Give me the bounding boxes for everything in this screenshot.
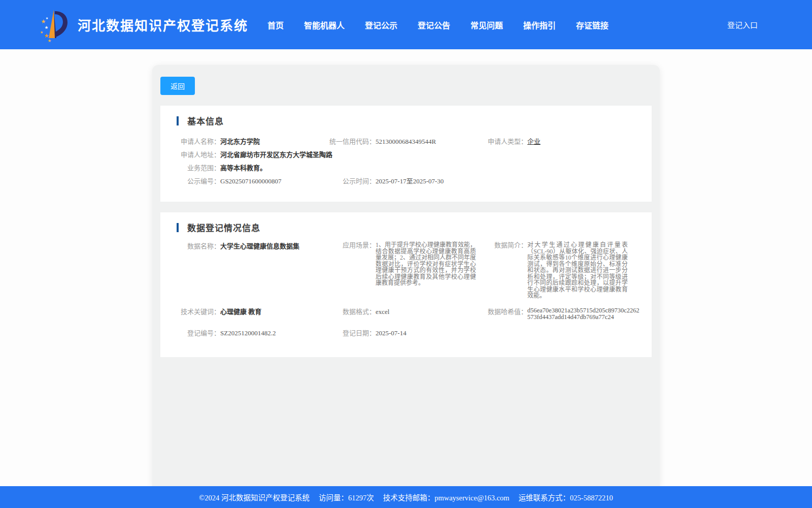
field-label: 业务范围：: [177, 162, 220, 175]
field-application-scenario: 应用场景： 1、用于提升学校心理健康教育效能，结合数据提高学校心理健康教育高质量…: [329, 242, 488, 287]
field-applicant-address: 申请人地址： 河北省廊坊市开发区东方大学城圣陶路: [177, 148, 488, 162]
field-label: 技术关键词：: [177, 307, 220, 316]
back-button[interactable]: 返回: [160, 77, 195, 95]
field-applicant-name: 申请人名称： 河北东方学院: [177, 135, 329, 148]
field-label: 申请人名称：: [177, 135, 220, 148]
field-value: 2025-07-17至2025-07-30: [376, 175, 444, 188]
field-value: 对大学生通过心理健康自评量表（SCL-90）从躯体化、强迫症状、人际关系敏感等1…: [527, 242, 628, 299]
nav-item-evidence-link[interactable]: 存证链接: [576, 19, 608, 31]
field-value: d56ea70e38021a23b5715d205c89730c2262573f…: [527, 307, 641, 321]
field-registration-date: 登记日期： 2025-07-14: [329, 329, 488, 338]
nav-item-home[interactable]: 首页: [267, 19, 284, 31]
nav-item-publicity[interactable]: 登记公示: [365, 19, 397, 31]
nav-item-faq[interactable]: 常见问题: [470, 19, 503, 31]
field-label: 公示时间：: [329, 175, 376, 188]
app-title: 河北数据知识产权登记系统: [78, 15, 248, 34]
main-area: 返回 基本信息 申请人名称： 河北东方学院 统一信用代码： 5213000068…: [0, 49, 812, 486]
field-label: 登记编号：: [177, 329, 220, 338]
registration-info-title: 数据登记情况信息: [187, 221, 260, 234]
field-value: 1、用于提升学校心理健康教育效能，结合数据提高学校心理健康教育高质量发展；2、通…: [376, 242, 476, 287]
field-value: 河北省廊坊市开发区东方大学城圣陶路: [220, 148, 332, 162]
field-label: 数据名称：: [177, 242, 220, 251]
field-data-format: 数据格式： excel: [329, 307, 488, 316]
field-label: 应用场景：: [329, 242, 376, 248]
registration-section-header: 数据登记情况信息: [177, 221, 635, 234]
brand: ★ ★ ★ ★ ★ ★ 河北数据知识产权登记系统: [38, 7, 248, 43]
field-registration-number: 登记编号： SZ2025120001482.2: [177, 329, 329, 338]
field-label: 申请人类型：: [488, 135, 527, 148]
field-data-summary: 数据简介： 对大学生通过心理健康自评量表（SCL-90）从躯体化、强迫症状、人际…: [488, 242, 641, 299]
field-label: 登记日期：: [329, 329, 376, 338]
field-label: 申请人地址：: [177, 148, 220, 162]
section-bar-icon: [177, 223, 179, 232]
field-label: 数据简介：: [488, 242, 527, 248]
app-footer: ©2024 河北数据知识产权登记系统 访问量：61297次 技术支持邮箱：pmw…: [0, 486, 812, 508]
basic-info-title: 基本信息: [187, 114, 224, 127]
field-credit-code: 统一信用代码： 52130000684349544R: [329, 135, 488, 148]
field-label: 统一信用代码：: [329, 135, 376, 148]
registration-info-card: 数据登记情况信息 数据名称： 大学生心理健康信息数据集 应用场景： 1、用于提升…: [160, 212, 652, 357]
field-label: 公示编号：: [177, 175, 220, 188]
nav-item-announcement[interactable]: 登记公告: [418, 19, 450, 31]
field-value: GS2025071600000807: [220, 175, 282, 188]
basic-info-grid: 申请人名称： 河北东方学院 统一信用代码： 52130000684349544R…: [177, 135, 635, 188]
svg-text:★: ★: [40, 30, 43, 34]
field-value: excel: [376, 307, 389, 316]
main-nav: 首页 智能机器人 登记公示 登记公告 常见问题 操作指引 存证链接: [267, 19, 608, 31]
field-value: 2025-07-14: [376, 329, 407, 338]
nav-item-robot[interactable]: 智能机器人: [304, 19, 345, 31]
app-logo-icon: ★ ★ ★ ★ ★ ★: [38, 7, 70, 43]
field-publicity-number: 公示编号： GS2025071600000807: [177, 175, 329, 188]
registration-info-grid: 数据名称： 大学生心理健康信息数据集 应用场景： 1、用于提升学校心理健康教育效…: [177, 242, 635, 338]
detail-panel: 返回 基本信息 申请人名称： 河北东方学院 统一信用代码： 5213000068…: [152, 65, 660, 486]
field-business-scope: 业务范围： 高等本科教育。: [177, 162, 329, 175]
footer-contact-phone: 运维联系方式：025-58872210: [519, 492, 613, 502]
field-value: 高等本科教育。: [220, 162, 266, 175]
field-data-name: 数据名称： 大学生心理健康信息数据集: [177, 242, 329, 251]
field-publicity-time: 公示时间： 2025-07-17至2025-07-30: [329, 175, 488, 188]
footer-copyright: ©2024 河北数据知识产权登记系统: [199, 492, 310, 502]
footer-support-email: 技术支持邮箱：pmwayservice@163.com: [383, 492, 510, 502]
field-value: 心理健康 教育: [220, 307, 261, 316]
svg-text:★: ★: [45, 25, 48, 29]
basic-info-card: 基本信息 申请人名称： 河北东方学院 统一信用代码： 5213000068434…: [160, 106, 652, 202]
field-data-hash: 数据哈希值： d56ea70e38021a23b5715d205c89730c2…: [488, 307, 641, 321]
basic-info-section-header: 基本信息: [177, 114, 635, 127]
field-applicant-type: 申请人类型： 企业: [488, 135, 635, 148]
field-value: 河北东方学院: [220, 135, 260, 148]
field-label: 数据格式：: [329, 307, 376, 316]
applicant-type-link[interactable]: 企业: [527, 135, 540, 148]
field-label: 数据哈希值：: [488, 307, 527, 316]
svg-text:★: ★: [46, 17, 48, 19]
svg-text:★: ★: [41, 19, 46, 24]
app-header: ★ ★ ★ ★ ★ ★ 河北数据知识产权登记系统 首页 智能机器人 登记公示 登…: [0, 0, 812, 49]
field-tech-keywords: 技术关键词： 心理健康 教育: [177, 307, 329, 316]
field-value: 大学生心理健康信息数据集: [220, 242, 299, 251]
svg-text:★: ★: [44, 33, 49, 38]
nav-item-guide[interactable]: 操作指引: [523, 19, 556, 31]
login-entry-link[interactable]: 登记入口: [727, 19, 758, 30]
field-value: 52130000684349544R: [376, 135, 436, 148]
section-bar-icon: [177, 116, 179, 125]
footer-visit-count: 访问量：61297次: [319, 492, 374, 502]
svg-text:★: ★: [48, 39, 51, 43]
field-value: SZ2025120001482.2: [220, 329, 276, 338]
